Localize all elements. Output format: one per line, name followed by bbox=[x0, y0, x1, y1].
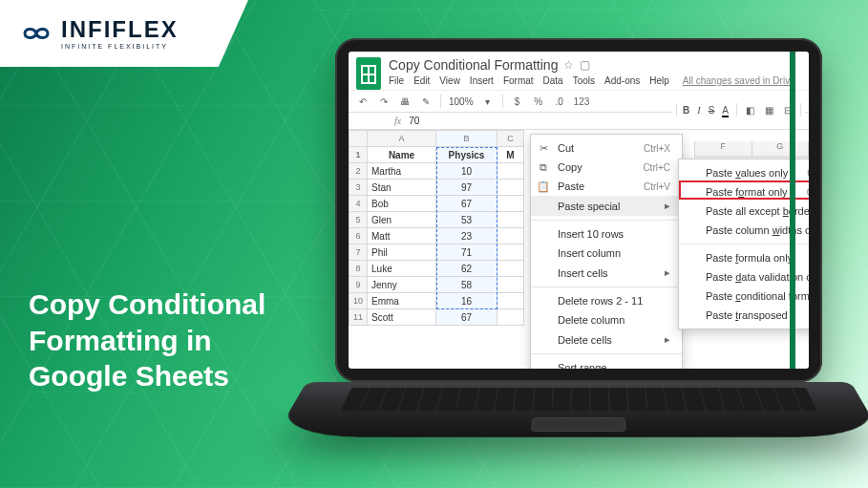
cell[interactable] bbox=[498, 228, 524, 244]
sheets-app-icon bbox=[356, 57, 381, 90]
cell[interactable] bbox=[498, 180, 524, 196]
row-header[interactable]: 1 bbox=[349, 147, 368, 163]
cell[interactable]: 53 bbox=[436, 212, 498, 228]
cell[interactable] bbox=[498, 261, 524, 277]
row-header[interactable]: 3 bbox=[349, 180, 368, 196]
col-header-f[interactable]: F bbox=[695, 141, 752, 157]
menu-item-label: Paste special bbox=[558, 201, 620, 212]
menu-item[interactable]: Insert cells▸ bbox=[531, 263, 682, 283]
borders-icon[interactable]: ▦ bbox=[762, 105, 775, 116]
cell[interactable]: 23 bbox=[436, 228, 498, 244]
cell[interactable]: 71 bbox=[436, 244, 498, 261]
cell[interactable]: 58 bbox=[436, 277, 498, 293]
menu-item-label: Paste formula only bbox=[706, 252, 793, 264]
menu-tools[interactable]: Tools bbox=[573, 75, 595, 86]
cell[interactable]: 97 bbox=[436, 180, 498, 196]
menu-help[interactable]: Help bbox=[649, 75, 669, 86]
menu-item-label: Sort range bbox=[558, 362, 606, 369]
cell[interactable]: Physics bbox=[436, 147, 498, 163]
row-header[interactable]: 10 bbox=[349, 293, 368, 309]
cell[interactable]: Scott bbox=[368, 309, 436, 326]
decimal-icon[interactable]: .0 bbox=[553, 96, 566, 107]
hero-title: Copy Conditional Formatting in Google Sh… bbox=[29, 286, 277, 394]
cell[interactable]: Martha bbox=[368, 163, 436, 180]
zoom-select[interactable]: 100% bbox=[449, 96, 474, 107]
cell[interactable]: 67 bbox=[436, 196, 498, 212]
cell[interactable]: M bbox=[498, 147, 524, 163]
col-header-c[interactable]: C bbox=[498, 131, 524, 147]
cell[interactable]: Phil bbox=[368, 244, 436, 261]
paint-format-icon[interactable]: ✎ bbox=[419, 96, 433, 107]
chevron-down-icon[interactable]: ▾ bbox=[481, 96, 495, 107]
col-header-g[interactable]: G bbox=[752, 141, 810, 157]
menu-item[interactable]: ✂CutCtrl+X bbox=[531, 138, 682, 158]
currency-icon[interactable]: $ bbox=[511, 96, 524, 107]
menu-item[interactable]: Insert 10 rows bbox=[531, 224, 682, 244]
row-header[interactable]: 8 bbox=[349, 261, 368, 277]
menu-item[interactable]: 📋PasteCtrl+V bbox=[531, 177, 682, 196]
menu-file[interactable]: File bbox=[389, 75, 404, 86]
more-formats[interactable]: 123 bbox=[574, 96, 587, 107]
cell[interactable]: Glen bbox=[368, 212, 436, 228]
undo-icon[interactable]: ↶ bbox=[356, 96, 370, 107]
cell[interactable]: Jenny bbox=[368, 277, 436, 293]
row-header[interactable]: 2 bbox=[349, 163, 368, 180]
cell[interactable] bbox=[498, 196, 524, 212]
menu-item[interactable]: Delete rows 2 - 11 bbox=[531, 291, 682, 310]
cell[interactable]: 16 bbox=[436, 293, 498, 309]
row-header[interactable]: 11 bbox=[349, 309, 368, 326]
laptop-mockup: Copy Conditional Formatting ☆ ▢ File Edi… bbox=[307, 38, 851, 468]
menu-item-label: Copy bbox=[558, 161, 582, 173]
cell[interactable] bbox=[498, 163, 524, 180]
cell[interactable] bbox=[498, 293, 524, 309]
menu-item[interactable]: ⧉CopyCtrl+C bbox=[531, 158, 682, 177]
strike-button[interactable]: S bbox=[709, 105, 715, 116]
percent-icon[interactable]: % bbox=[532, 96, 545, 107]
document-title[interactable]: Copy Conditional Formatting bbox=[389, 57, 558, 73]
menu-item[interactable]: Paste special▸ bbox=[531, 196, 682, 216]
chevron-right-icon: ▸ bbox=[665, 333, 670, 346]
menu-item[interactable]: Delete column bbox=[531, 310, 682, 329]
cell[interactable] bbox=[498, 277, 524, 293]
menu-insert[interactable]: Insert bbox=[470, 75, 494, 86]
cell[interactable]: 10 bbox=[436, 163, 498, 180]
menu-item[interactable]: Delete cells▸ bbox=[531, 329, 682, 350]
cell[interactable] bbox=[498, 244, 524, 261]
cell[interactable]: Name bbox=[368, 147, 436, 163]
cell[interactable] bbox=[498, 212, 524, 228]
row-header[interactable]: 5 bbox=[349, 212, 368, 228]
col-header-a[interactable]: A bbox=[368, 131, 436, 147]
infinity-icon bbox=[17, 22, 55, 45]
italic-button[interactable]: I bbox=[697, 105, 700, 116]
formula-bar[interactable]: 70 bbox=[409, 116, 419, 126]
bold-button[interactable]: B bbox=[683, 105, 689, 116]
print-icon[interactable]: 🖶 bbox=[398, 96, 412, 107]
col-header-b[interactable]: B bbox=[436, 131, 498, 147]
row-header[interactable]: 7 bbox=[349, 244, 368, 261]
row-header[interactable]: 4 bbox=[349, 196, 368, 212]
laptop-base bbox=[274, 382, 868, 437]
cell[interactable]: Stan bbox=[368, 180, 436, 196]
menu-addons[interactable]: Add-ons bbox=[604, 75, 640, 86]
cell[interactable]: Matt bbox=[368, 228, 436, 244]
menu-format[interactable]: Format bbox=[503, 75, 534, 86]
cell[interactable] bbox=[498, 309, 524, 326]
fill-color-icon[interactable]: ◧ bbox=[743, 105, 756, 116]
menu-item[interactable]: Insert column bbox=[531, 244, 682, 263]
star-icon[interactable]: ☆ bbox=[563, 58, 574, 72]
text-color-button[interactable]: A bbox=[722, 105, 729, 116]
cell[interactable]: Bob bbox=[368, 196, 436, 212]
menu-item[interactable]: Sort range bbox=[531, 358, 682, 369]
corner-cell[interactable] bbox=[349, 131, 368, 147]
menu-view[interactable]: View bbox=[439, 75, 460, 86]
row-header[interactable]: 6 bbox=[349, 228, 368, 244]
cell[interactable]: 67 bbox=[436, 309, 498, 326]
menu-data[interactable]: Data bbox=[543, 75, 563, 86]
menu-edit[interactable]: Edit bbox=[413, 75, 430, 86]
row-header[interactable]: 9 bbox=[349, 277, 368, 293]
move-icon[interactable]: ▢ bbox=[580, 58, 590, 72]
cell[interactable]: Luke bbox=[368, 261, 436, 277]
cell[interactable]: 62 bbox=[436, 261, 498, 277]
cell[interactable]: Emma bbox=[368, 293, 436, 309]
redo-icon[interactable]: ↷ bbox=[377, 96, 391, 107]
